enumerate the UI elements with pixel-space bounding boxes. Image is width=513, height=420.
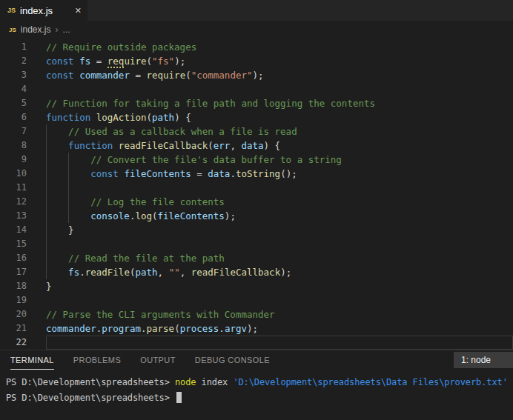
line-number: 17 xyxy=(0,265,27,279)
line-number: 14 xyxy=(0,223,27,237)
code-line-content: const fileContents = data.toString(); xyxy=(46,167,513,181)
code-line[interactable]: 5// Function for taking a file path and … xyxy=(0,96,513,110)
panel-tab-output[interactable]: OUTPUT xyxy=(140,350,176,370)
indent-guide xyxy=(68,209,69,223)
code-line[interactable]: 1// Require outside packages xyxy=(0,40,513,54)
indent-guide xyxy=(46,195,47,209)
indent-guide xyxy=(46,237,47,251)
code-line[interactable]: 15 xyxy=(0,237,513,251)
line-number: 15 xyxy=(0,237,27,251)
code-line[interactable]: 13 console.log(fileContents); xyxy=(0,209,513,223)
code-line-content: console.log(fileContents); xyxy=(46,209,513,223)
breadcrumb-symbol-picker[interactable]: ... xyxy=(62,24,70,35)
indent-guide xyxy=(46,153,47,167)
code-line[interactable]: 11 xyxy=(0,181,513,195)
code-line[interactable]: 9 // Convert the file's data buffer to a… xyxy=(0,153,513,167)
code-line-content: // Used as a callback when a file is rea… xyxy=(46,124,513,139)
code-line-content: fs.readFile(path, "", readFileCallback); xyxy=(46,265,513,279)
panel-tab-terminal[interactable]: TERMINAL xyxy=(10,350,54,370)
code-line-content: function readFileCallback(err, data) { xyxy=(46,139,513,153)
line-number: 7 xyxy=(0,124,27,139)
line-number: 9 xyxy=(0,153,27,167)
line-number: 12 xyxy=(0,195,27,209)
code-line[interactable]: 16 // Read the file at the path xyxy=(0,251,513,265)
panel-tab-problems[interactable]: PROBLEMS xyxy=(73,350,121,370)
code-line-content xyxy=(46,82,513,96)
terminal[interactable]: PS D:\Development\spreadsheets> node ind… xyxy=(0,370,513,406)
line-number: 18 xyxy=(0,279,27,293)
code-line-content: } xyxy=(46,279,513,293)
code-line[interactable]: 4 xyxy=(0,82,513,96)
terminal-cursor xyxy=(176,392,182,403)
indent-guide xyxy=(46,181,47,195)
code-line[interactable]: 7 // Used as a callback when a file is r… xyxy=(0,124,513,139)
js-file-icon: JS xyxy=(7,7,16,14)
code-line[interactable]: 12 // Log the file contents xyxy=(0,195,513,209)
indent-guide xyxy=(68,195,69,209)
code-line[interactable]: 10 const fileContents = data.toString(); xyxy=(0,167,513,181)
code-line-content: // Convert the file's data buffer to a s… xyxy=(46,153,513,167)
code-line[interactable]: 6function logAction(path) { xyxy=(0,110,513,124)
bottom-panel: TERMINAL PROBLEMS OUTPUT DEBUG CONSOLE 1… xyxy=(0,350,513,420)
line-number: 3 xyxy=(0,68,27,82)
code-line[interactable]: 3const commander = require("commander"); xyxy=(0,68,513,82)
indent-guide xyxy=(46,167,47,181)
indent-guide xyxy=(46,209,47,223)
code-line-content: commander.program.parse(process.argv); xyxy=(46,321,513,336)
line-number: 21 xyxy=(0,321,27,336)
chevron-right-icon: › xyxy=(55,24,58,35)
indent-guide xyxy=(46,265,47,279)
line-number: 20 xyxy=(0,307,27,321)
line-number: 4 xyxy=(0,82,27,96)
code-line-content: } xyxy=(46,223,513,237)
code-line-content xyxy=(46,237,513,251)
js-file-icon: JS xyxy=(9,27,16,33)
line-number: 1 xyxy=(0,40,27,54)
code-line[interactable]: 14 } xyxy=(0,223,513,237)
indent-guide xyxy=(68,181,69,195)
code-line-content: const fs = require("fs"); xyxy=(46,54,513,68)
line-number: 8 xyxy=(0,139,27,153)
vscode-window: JS index.js ✕ JS index.js › ... 1// Requ… xyxy=(0,0,513,420)
indent-guide xyxy=(68,167,69,181)
tab-label: index.js xyxy=(20,5,53,16)
line-number: 5 xyxy=(0,96,27,110)
code-line-content: // Log the file contents xyxy=(46,195,513,209)
line-number: 19 xyxy=(0,293,27,307)
tab-index-js[interactable]: JS index.js ✕ xyxy=(0,0,87,21)
code-line[interactable]: 2const fs = require("fs"); xyxy=(0,54,513,68)
code-line-content: // Parse the CLI arguments with Commande… xyxy=(46,307,513,321)
code-line[interactable]: 20// Parse the CLI arguments with Comman… xyxy=(0,307,513,321)
line-number: 13 xyxy=(0,209,27,223)
indent-guide xyxy=(46,124,47,139)
panel-tab-debug-console[interactable]: DEBUG CONSOLE xyxy=(195,350,270,370)
line-number: 11 xyxy=(0,181,27,195)
editor-tab-bar: JS index.js ✕ xyxy=(0,0,513,21)
code-line-content xyxy=(46,293,513,307)
line-number: 6 xyxy=(0,110,27,124)
terminal-line: PS D:\Development\spreadsheets> node ind… xyxy=(6,375,513,390)
tab-close-icon[interactable]: ✕ xyxy=(75,7,82,15)
line-number: 22 xyxy=(0,336,27,350)
breadcrumb-file[interactable]: index.js xyxy=(21,24,51,35)
code-line[interactable]: 8 function readFileCallback(err, data) { xyxy=(0,139,513,153)
indent-guide xyxy=(46,139,47,153)
line-number: 10 xyxy=(0,167,27,181)
code-line[interactable]: 19 xyxy=(0,293,513,307)
code-line-content: // Function for taking a file path and l… xyxy=(46,96,513,110)
code-line[interactable]: 22 xyxy=(0,336,513,350)
line-number: 2 xyxy=(0,54,27,68)
terminal-selector[interactable]: 1: node xyxy=(454,352,513,368)
code-line-content: // Require outside packages xyxy=(46,40,513,54)
code-line-content: const commander = require("commander"); xyxy=(46,68,513,82)
indent-guide xyxy=(68,153,69,167)
indent-guide xyxy=(46,251,47,265)
code-line[interactable]: 21commander.program.parse(process.argv); xyxy=(0,321,513,336)
code-line-content xyxy=(46,181,513,195)
code-line[interactable]: 17 fs.readFile(path, "", readFileCallbac… xyxy=(0,265,513,279)
code-line[interactable]: 18} xyxy=(0,279,513,293)
terminal-line: PS D:\Development\spreadsheets> xyxy=(6,390,513,406)
line-number: 16 xyxy=(0,251,27,265)
code-line-content xyxy=(46,336,513,350)
code-editor[interactable]: 1// Require outside packages2const fs = … xyxy=(0,39,513,350)
